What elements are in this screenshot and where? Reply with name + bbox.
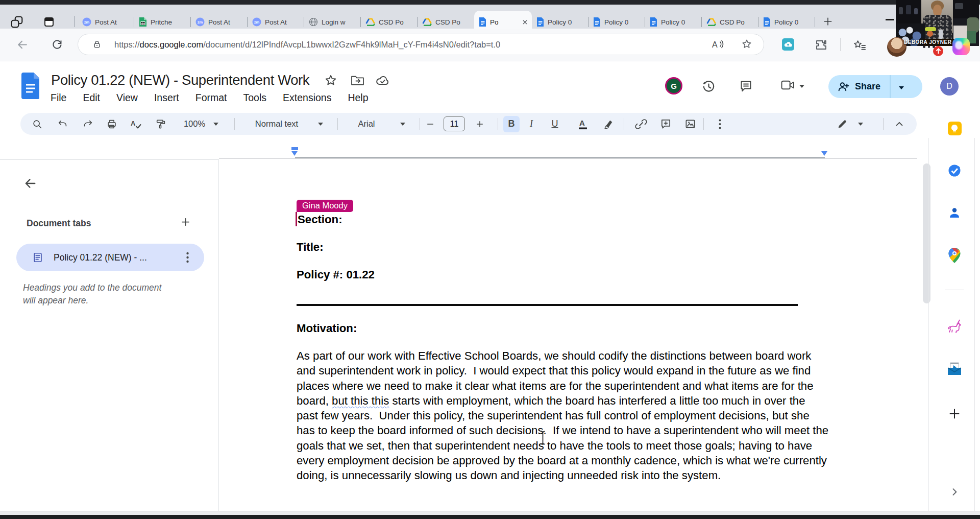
url-text[interactable]: https://docs.google.com/document/d/12lPI… (114, 40, 500, 50)
dropdown-caret[interactable] (400, 113, 405, 135)
star-document-icon[interactable] (324, 74, 337, 87)
mailmerge-addon-icon[interactable] (945, 362, 964, 376)
menu-help[interactable]: Help (348, 92, 368, 104)
document-tab-item[interactable]: Policy 01.22 (NEW) - ... (16, 244, 204, 271)
share-dropdown-caret[interactable] (899, 82, 904, 91)
collapse-toolbar-icon[interactable] (889, 113, 910, 135)
paragraph-line: past few years. Under this policy, the s… (297, 408, 828, 423)
share-button[interactable]: Share (828, 75, 922, 98)
add-document-tab-icon[interactable] (180, 217, 191, 227)
tab-title: Pritche (151, 18, 191, 26)
left-indent-marker[interactable] (291, 151, 298, 156)
unicorn-addon-icon[interactable] (945, 319, 964, 334)
search-icon[interactable] (27, 113, 47, 135)
underline-button[interactable]: U (545, 113, 565, 135)
font-size-input[interactable]: 11 (443, 113, 466, 135)
toolbar-divider (234, 118, 235, 130)
text-color-button[interactable]: A (573, 113, 593, 135)
read-aloud-icon[interactable]: A (712, 39, 725, 50)
menu-insert[interactable]: Insert (154, 92, 179, 104)
close-panel-back-icon[interactable] (23, 176, 37, 191)
redo-icon[interactable] (78, 113, 98, 135)
italic-button[interactable]: I (521, 113, 542, 135)
document-canvas[interactable]: Gina Moody Section: Title: Policy #: 01.… (219, 159, 924, 511)
menu-file[interactable]: File (51, 92, 66, 104)
print-icon[interactable] (102, 113, 122, 135)
heading-policy-number[interactable]: Policy #: 01.22 (297, 268, 375, 281)
favorites-bar-icon[interactable] (853, 39, 866, 52)
extension-cloud-icon[interactable] (782, 38, 794, 51)
show-side-panel-icon[interactable] (949, 487, 960, 497)
styles-select[interactable]: Normal text (246, 113, 307, 135)
editing-mode-icon[interactable] (832, 113, 852, 135)
insert-link-icon[interactable] (631, 113, 651, 135)
insert-image-icon[interactable] (680, 113, 700, 135)
move-to-folder-icon[interactable] (351, 74, 364, 86)
new-tab-button[interactable] (823, 16, 833, 27)
dropdown-caret[interactable] (213, 113, 218, 135)
menu-tools[interactable]: Tools (243, 92, 267, 104)
vertical-scrollbar[interactable] (923, 163, 930, 303)
paragraph-line: has to keep the board informed of such d… (297, 423, 828, 438)
version-history-icon[interactable] (701, 79, 716, 94)
comments-icon[interactable] (739, 79, 753, 93)
meeting-raise-indicator[interactable] (933, 46, 943, 56)
bold-button[interactable]: B (501, 113, 522, 135)
add-comment-icon[interactable] (655, 113, 676, 135)
globe-favicon (309, 17, 318, 27)
docs-favicon (536, 17, 544, 27)
extensions-puzzle-icon[interactable] (815, 39, 827, 51)
paragraph-line: every employment decision be approved by… (297, 453, 828, 468)
keep-icon[interactable] (945, 122, 964, 135)
back-button[interactable] (16, 38, 29, 51)
workspaces-icon[interactable] (10, 15, 23, 29)
grammar-suggestion[interactable]: but this this (332, 394, 389, 407)
favorite-star-icon[interactable] (741, 38, 752, 50)
google-docs-logo[interactable] (21, 73, 39, 99)
close-tab-icon[interactable] (522, 19, 528, 25)
minimize-button[interactable] (886, 19, 894, 20)
video-call-icon[interactable] (781, 80, 804, 90)
drive-favicon (422, 18, 432, 27)
paragraph-line: As part of our work with Effective Schoo… (297, 348, 828, 363)
decrease-font-icon[interactable] (420, 113, 440, 135)
font-select[interactable]: Arial (336, 113, 397, 135)
heading-title[interactable]: Title: (297, 241, 324, 254)
heading-section[interactable]: Section: (298, 213, 342, 226)
contacts-icon[interactable] (945, 206, 964, 220)
address-bar[interactable]: https://docs.google.com/document/d/12lPI… (78, 34, 764, 55)
dropdown-caret[interactable] (858, 113, 863, 135)
zoom-favicon: zm (82, 17, 91, 27)
lock-icon[interactable] (93, 40, 101, 49)
document-title[interactable]: Policy 01.22 (NEW) - Superintendent Work (51, 72, 309, 88)
body-paragraph[interactable]: As part of our work with Effective Schoo… (297, 348, 828, 483)
menu-view[interactable]: View (116, 92, 138, 104)
sheets-favicon (139, 17, 147, 27)
first-line-indent-marker[interactable] (291, 147, 298, 150)
collaborator-avatar[interactable]: G (665, 77, 682, 95)
tab-options-icon[interactable] (186, 252, 189, 263)
refresh-button[interactable] (51, 38, 63, 51)
tasks-icon[interactable] (945, 163, 964, 178)
menu-edit[interactable]: Edit (83, 92, 100, 104)
zoom-favicon: zm (195, 17, 205, 27)
side-panel-divider (928, 138, 929, 511)
tab-title: Post At (95, 18, 134, 26)
account-avatar[interactable]: D (940, 77, 959, 96)
spellcheck-icon[interactable]: A (126, 113, 146, 135)
right-indent-marker[interactable] (821, 151, 827, 156)
document-status-cloud-icon (376, 75, 390, 86)
highlight-color-button[interactable] (598, 113, 619, 135)
increase-font-icon[interactable] (470, 113, 490, 135)
undo-icon[interactable] (53, 113, 73, 135)
tab-actions-icon[interactable] (43, 16, 55, 28)
tab-title: Policy 0 (774, 18, 815, 26)
more-options-icon[interactable] (709, 113, 730, 135)
paragraph-line: doing, is unnecessarily slowing us down … (297, 468, 828, 483)
menu-format[interactable]: Format (195, 92, 227, 104)
get-addons-icon[interactable] (945, 408, 964, 420)
heading-motivation[interactable]: Motivation: (297, 322, 357, 335)
maps-icon[interactable] (945, 248, 964, 263)
menu-extensions[interactable]: Extensions (283, 92, 331, 104)
dropdown-caret[interactable] (318, 113, 323, 135)
